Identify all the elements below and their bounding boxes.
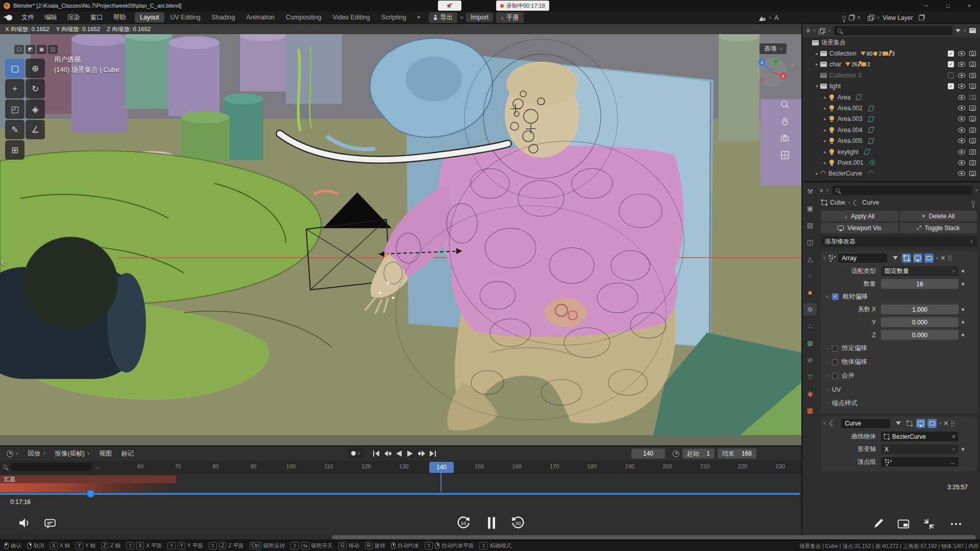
export-button[interactable]: 导出 — [429, 12, 457, 23]
filter-icon[interactable] — [955, 29, 961, 33]
checkbox-off-icon[interactable] — [832, 359, 838, 365]
timeline-menu-回放[interactable]: 回放˅ — [23, 448, 50, 460]
pause-button[interactable] — [484, 515, 499, 531]
subpanel-恒定偏移[interactable]: ›恒定偏移 — [821, 341, 977, 355]
properties-tab-constraints[interactable]: ⊘ — [803, 354, 817, 366]
factor-z-field[interactable]: 0.000 — [881, 330, 959, 340]
select-subtract-mode-icon[interactable]: ◫ — [48, 45, 58, 54]
expand-icon[interactable]: ▸ — [822, 149, 828, 155]
eye-icon[interactable] — [958, 171, 965, 176]
eye-icon[interactable] — [958, 138, 965, 143]
select-mode-icon[interactable]: ◩ — [26, 45, 35, 54]
factor-x-field[interactable]: 1.000 — [881, 305, 959, 314]
outliner-row-keylight[interactable]: ▸keylight — [802, 146, 980, 157]
camera-icon[interactable] — [969, 160, 976, 165]
add-cube-tool[interactable]: ⊞ — [5, 140, 24, 160]
checkbox-on-icon[interactable]: ✓ — [948, 61, 954, 67]
invert-icon[interactable]: ↔ — [950, 459, 955, 465]
play-reverse-button[interactable] — [394, 448, 404, 459]
render-toggle[interactable] — [927, 419, 937, 428]
annotate-tool[interactable]: ✎ — [5, 120, 24, 139]
viewport-display-toggle[interactable] — [916, 419, 925, 428]
vertex-group-toggle[interactable] — [894, 419, 903, 428]
camera-icon[interactable] — [969, 73, 976, 78]
view-layer-selector[interactable]: × ˅ View Layer — [842, 12, 924, 23]
timeline-menu-视图[interactable]: 视图 — [94, 448, 116, 460]
eye-icon[interactable] — [958, 149, 965, 155]
eye-icon[interactable] — [958, 73, 965, 78]
select-add-mode-icon[interactable]: ▣ — [37, 45, 46, 54]
system-volume-muted-pill[interactable] — [438, 1, 461, 11]
checkbox-off-icon[interactable] — [832, 373, 838, 379]
invert-filter-icon[interactable]: ↔ — [95, 464, 101, 470]
properties-tab-material[interactable]: ◉ — [803, 387, 817, 399]
auto-keying-button[interactable]: ˅ — [347, 448, 364, 459]
sidebar-collapse-arrow[interactable]: ‹ — [1, 256, 5, 269]
eye-icon[interactable] — [958, 128, 965, 133]
properties-tab-output[interactable]: ▤ — [803, 219, 817, 231]
stopwatch-icon[interactable] — [673, 450, 679, 457]
relative-offset-header[interactable]: ˅ ✓ 相对偏移 — [821, 290, 977, 303]
timeline-menu-标记[interactable]: 标记 — [116, 448, 138, 460]
tab-compositing[interactable]: Compositing — [281, 12, 326, 22]
camera-icon[interactable] — [969, 171, 976, 176]
menu-帮助[interactable]: 帮助 — [108, 12, 131, 23]
annotate-pencil-icon[interactable] — [873, 517, 885, 529]
outliner-row-area-003[interactable]: ▸Area.003 — [802, 114, 980, 124]
drag-grip-icon[interactable] — [951, 421, 952, 422]
expand-icon[interactable]: ▸ — [822, 138, 828, 143]
delete-modifier-icon[interactable]: × — [941, 254, 945, 263]
transform-tool[interactable]: ◈ — [26, 99, 45, 119]
skip-forward-30-icon[interactable]: 30 — [510, 515, 526, 531]
eye-icon[interactable] — [958, 116, 965, 121]
collapse-icon[interactable]: ˅ — [823, 421, 826, 426]
eye-icon[interactable] — [958, 84, 965, 89]
display-mode-icon[interactable] — [819, 28, 825, 34]
checkbox-on-icon[interactable]: ✓ — [832, 293, 839, 300]
new-collection-icon[interactable] — [969, 28, 976, 33]
fit-type-dropdown[interactable]: 固定数量˅ — [881, 266, 959, 276]
eye-icon[interactable] — [958, 95, 965, 100]
extras-menu-icon[interactable]: ˅ — [939, 421, 941, 426]
pin-icon[interactable] — [971, 201, 975, 205]
eye-icon[interactable] — [958, 106, 965, 111]
animate-dot-icon[interactable] — [962, 283, 964, 285]
viewport-options-button[interactable]: 选项˅ — [760, 43, 787, 54]
outliner-row-point-001[interactable]: ▸Point.001 — [802, 157, 980, 168]
drag-grip-icon[interactable] — [948, 256, 949, 257]
pan-hand-icon[interactable] — [780, 116, 790, 127]
rotate-tool[interactable]: ↻ — [26, 79, 45, 98]
current-frame-field[interactable]: 140 — [631, 448, 665, 459]
expand-icon[interactable]: ▸ — [814, 51, 820, 56]
end-frame-field[interactable]: 结束168 — [718, 448, 756, 459]
navigation-gizmo[interactable]: X Y Z — [756, 57, 788, 88]
subtitle-icon[interactable] — [44, 517, 56, 530]
apply-all-button[interactable]: ↓Apply All — [821, 211, 898, 221]
clear-icon[interactable]: × — [952, 433, 955, 440]
tab-layout[interactable]: Layout — [135, 12, 164, 22]
editor-type-icon[interactable]: ≡ — [820, 187, 823, 193]
properties-tab-particles[interactable]: ∴ — [803, 320, 817, 332]
minimize-button[interactable]: ─ — [916, 0, 937, 11]
menu-窗口[interactable]: 窗口 — [85, 12, 108, 23]
timeline-scrollbar[interactable] — [332, 535, 976, 539]
tab-uv-editing[interactable]: UV Editing — [165, 12, 206, 22]
filter-input[interactable] — [10, 463, 92, 471]
properties-tab-modifiers[interactable]: ⚙ — [803, 303, 817, 315]
region-toggle-arrow[interactable]: ‹ — [791, 61, 794, 69]
outliner-row-char[interactable]: ▸char262✓ — [802, 59, 980, 70]
render-toggle[interactable] — [924, 254, 934, 263]
pin-icon[interactable] — [842, 16, 846, 19]
expand-icon[interactable]: ▸ — [822, 128, 828, 133]
vertex-group-field[interactable]: ↔ — [881, 457, 959, 467]
checkbox-on-icon[interactable]: ✓ — [948, 83, 954, 89]
move-tool[interactable]: + — [5, 79, 24, 98]
editor-type-icon[interactable]: ≡ — [806, 27, 810, 34]
properties-tab-scene[interactable]: △ — [803, 253, 817, 265]
camera-icon[interactable] — [969, 116, 976, 121]
start-frame-field[interactable]: 起始1 — [682, 448, 715, 459]
expand-icon[interactable]: ▸ — [822, 95, 828, 100]
next-keyframe-button[interactable] — [416, 448, 427, 459]
outliner-row-collection[interactable]: ▸Collection6023✓ — [802, 48, 980, 59]
properties-tab-view-layer[interactable]: ◫ — [803, 236, 817, 248]
